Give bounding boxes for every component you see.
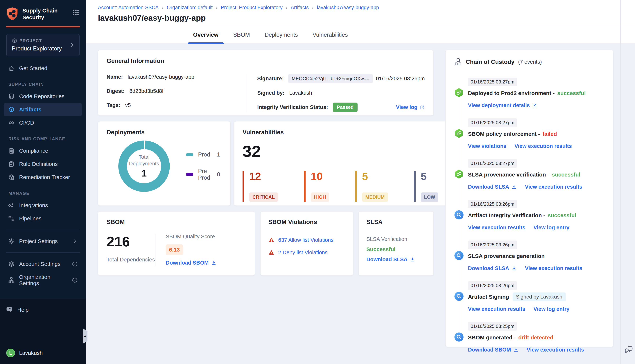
severity-badge: MEDIUM [362,192,388,202]
view-log-entry-link[interactable]: View log entry [533,224,569,230]
download-slsa-link[interactable]: Download SLSA [366,256,426,262]
gear-icon [8,238,15,244]
view-execution-results-link[interactable]: View execution results [527,347,584,353]
digest-value: 8d23bd3b5d8f [129,88,163,94]
sidebar-item-account-settings[interactable]: Account Settings [4,258,82,270]
feedback-chat-icon[interactable] [624,344,633,354]
warning-triangle-icon [268,249,275,256]
event-timestamp: 01/16/2025 03:25pm [468,322,517,330]
sidebar-item-project-settings[interactable]: Project Settings [4,235,82,248]
tab-deployments[interactable]: Deployments [260,26,303,44]
breadcrumb-item[interactable]: Artifacts [291,5,309,10]
sidebar-item-label: Code Repositories [19,93,65,100]
download-slsa-link[interactable]: Download SLSA [468,265,517,271]
sidebar-item-rule-definitions[interactable]: Rule Definitions [4,158,82,170]
event-status: failed [543,131,557,137]
integrations-icon [8,202,15,208]
chain-event-6: 01/16/2025 03:26pm Artifact SigningSigne… [454,281,605,312]
sidebar-item-integrations[interactable]: Integrations [4,199,82,212]
violation-link[interactable]: 637 Allow list Violations [278,237,333,243]
view-execution-results-link[interactable]: View execution results [468,224,525,230]
signed-by-value: Lavakush [289,90,312,96]
chain-events-count: (7 events) [518,59,542,65]
view-log-link[interactable]: View log [396,104,425,110]
doc-search-icon [8,148,15,154]
project-selector[interactable]: PROJECT Product Exploratory [6,34,80,56]
download-sbom-link[interactable]: Download SBOM [166,260,217,266]
digest-label: Digest: [107,88,125,94]
sidebar-item-pipelines[interactable]: Pipelines [4,212,82,225]
sidebar-nav: Get StartedSUPPLY CHAINCode Repositories… [0,62,86,290]
sbom-violations-card: SBOM Violations 637 Allow list Violation… [260,211,353,276]
chain-event-7: 01/16/2025 03:25pm SBOM generated - drif… [454,322,605,353]
sidebar-item-ci-cd[interactable]: CI/CD [4,116,82,129]
view-execution-results-link[interactable]: View execution results [525,184,582,190]
tab-vulnerabilities[interactable]: Vulnerabilities [307,26,353,44]
violation-row: 637 Allow list Violations [268,237,345,243]
view-log-entry-link[interactable]: View log entry [533,306,569,312]
violation-link[interactable]: 2 Deny list Violations [278,250,328,256]
breadcrumb-item[interactable]: lavakush07/easy-buggy-app [317,5,379,10]
sidebar-item-label: Integrations [19,202,48,208]
sidebar-item-code-repositories[interactable]: Code Repositories [4,90,82,103]
event-status: drift detected [518,334,553,341]
info-icon [72,261,78,267]
chevron-right-icon [69,42,75,48]
event-timestamp: 01/16/2025 03:27pm [468,118,517,127]
sbom-quality-score-label: SBOM Quality Score [166,234,217,240]
help-button[interactable]: ? Help [6,306,80,313]
download-icon [513,347,519,352]
event-title: Deployed to Prod2 environment - [468,90,555,96]
app-title: Supply Chain Security [23,7,68,21]
breadcrumb-item[interactable]: Project: Product Exploratory [221,5,283,10]
view-execution-results-link[interactable]: View execution results [525,265,582,271]
severity-medium: 5MEDIUM [355,171,388,202]
tab-sbom[interactable]: SBOM [228,26,255,44]
chain-event-2: 01/16/2025 03:27pm SBOM policy enforceme… [454,118,605,149]
chain-event-3: 01/16/2025 03:27pm SLSA provenance verif… [454,159,605,190]
sidebar-item-get-started[interactable]: Get Started [4,62,82,75]
download-slsa-link[interactable]: Download SLSA [468,184,517,190]
avatar: L [6,348,15,358]
view-violations-link[interactable]: View violations [468,143,506,149]
sbom-title: SBOM [107,218,246,226]
vulnerabilities-total: 32 [243,142,465,161]
sidebar-item-label: Project Settings [19,238,58,244]
general-information-title: General Information [107,58,425,64]
view-execution-results-link[interactable]: View execution results [514,143,572,149]
signed-by-label: Signed by: [257,90,284,96]
tab-overview[interactable]: Overview [188,26,224,44]
sidebar-item-label: Pipelines [19,216,42,222]
view-execution-results-link[interactable]: View execution results [468,306,525,312]
slsa-verification-status: Successful [366,246,426,252]
donut-center-label: Total Deployments [127,154,161,167]
artifact-name-value: lavakush07/easy-buggy-app [128,74,194,80]
project-name: Product Exploratory [12,45,69,52]
severity-high: 10HIGH [304,171,329,202]
content: General Information Name:lavakush07/easy… [86,44,635,347]
sidebar-item-label: Account Settings [19,261,61,267]
user-menu[interactable]: L Lavakush [6,348,80,358]
sbom-card: SBOM 216 Total Dependencies SBOM Quality… [98,211,255,276]
breadcrumb-item[interactable]: Account: Automation-SSCA [98,5,159,10]
nav-section-risk-and-compliance: RISK AND COMPLIANCE [0,134,86,144]
pipelines-icon [8,215,15,222]
chevron-right-icon [72,238,78,244]
tab-bar: OverviewSBOMDeploymentsVulnerabilities [86,26,635,44]
app-switcher-grid-icon[interactable] [72,9,80,16]
severity-count: 5 [362,171,388,182]
download-sbom-link[interactable]: Download SBOM [468,347,519,353]
sidebar-item-organization-settings[interactable]: Organization Settings [4,271,82,290]
svg-text:?: ? [9,308,11,311]
supply-chain-security-logo-icon [6,7,18,20]
sidebar-item-artifacts[interactable]: Artifacts [4,103,82,116]
sidebar-item-compliance[interactable]: Compliance [4,144,82,157]
nav-section-manage: MANAGE [0,188,86,198]
download-icon [410,257,415,262]
help-chat-icon: ? [6,306,13,313]
download-icon [211,260,217,266]
view-deployment-details-link[interactable]: View deployment details [468,102,537,108]
deployments-title: Deployments [107,129,222,136]
sidebar-item-remediation-tracker[interactable]: Remediation Tracker [4,171,82,184]
breadcrumb-item[interactable]: Organization: default [167,5,213,10]
